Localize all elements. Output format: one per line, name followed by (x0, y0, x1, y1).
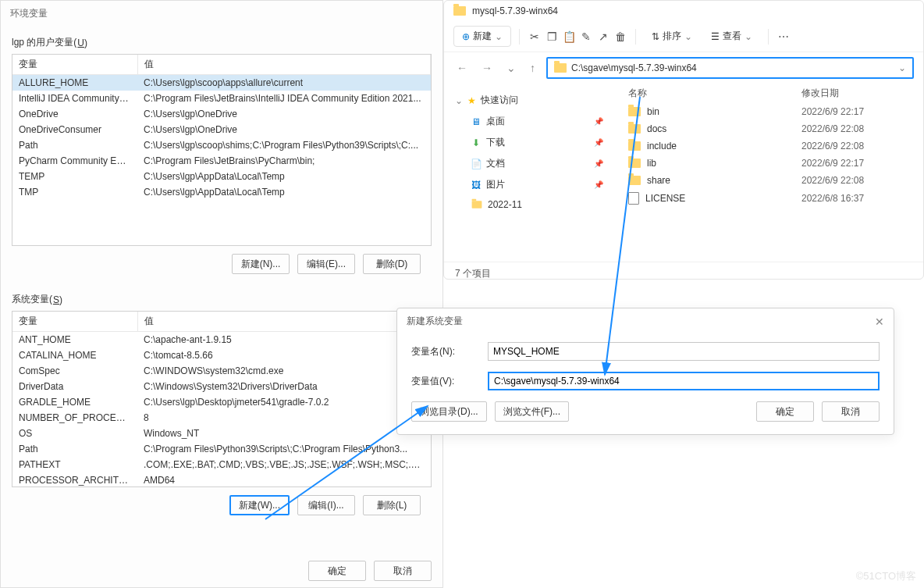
new-system-var-dialog: 新建系统变量 ✕ 变量名(N): 变量值(V): 浏览目录(D)... 浏览文件… (396, 308, 894, 435)
var-name-label: 变量名(N): (411, 345, 474, 358)
table-row[interactable]: PATHEXT.COM;.EXE;.BAT;.CMD;.VBS;.VBE;.JS… (12, 457, 431, 472)
user-delete-button[interactable]: 删除(D) (363, 254, 421, 274)
explorer-window: mysql-5.7.39-winx64 ⊕新建⌄ ✂ ❐ 📋 ✎ ↗ 🗑 ⇅排序… (443, 0, 924, 280)
table-row[interactable]: OneDriveC:\Users\lgp\OneDrive (12, 106, 431, 122)
file-row[interactable]: include2022/6/9 22:08 (614, 137, 923, 155)
pin-icon: 📌 (594, 159, 603, 168)
delete-icon[interactable]: 🗑 (613, 30, 627, 44)
var-value-input[interactable] (488, 372, 880, 390)
file-list: 名称 修改日期 bin2022/6/9 22:17docs2022/6/9 22… (614, 84, 923, 262)
sys-new-button[interactable]: 新建(W)... (229, 495, 290, 515)
table-row[interactable]: ComSpecC:\WINDOWS\system32\cmd.exe (12, 363, 431, 379)
col-date[interactable]: 修改日期 (801, 87, 923, 100)
back-icon[interactable]: ← (453, 60, 471, 76)
forward-icon[interactable]: → (478, 60, 496, 76)
tree-downloads[interactable]: ⬇下载📌 (447, 132, 611, 153)
watermark: ©51CTO博客 (856, 569, 916, 583)
pin-icon: 📌 (594, 180, 603, 189)
folder-icon (628, 176, 641, 185)
col-var[interactable]: 变量 (12, 55, 137, 75)
user-new-button[interactable]: 新建(N)... (232, 254, 290, 274)
ok-button[interactable]: 确定 (756, 401, 814, 422)
table-row[interactable]: ANT_HOMEC:\apache-ant-1.9.15 (12, 332, 431, 348)
more-icon[interactable]: ⋯ (777, 30, 791, 44)
tree-documents[interactable]: 📄文档📌 (447, 153, 611, 174)
folder-icon (628, 124, 641, 134)
nav-tree: ⌄★快速访问 🖥桌面📌 ⬇下载📌 📄文档📌 🖼图片📌 2022-11 (444, 84, 614, 262)
table-row[interactable]: TEMPC:\Users\lgp\AppData\Local\Temp (12, 169, 431, 184)
table-row[interactable]: CATALINA_HOMEC:\tomcat-8.5.66 (12, 347, 431, 363)
pin-icon: 📌 (594, 117, 603, 126)
table-row[interactable]: OSWindows_NT (12, 426, 431, 441)
copy-icon[interactable]: ❐ (545, 30, 559, 44)
col-val[interactable]: 值 (137, 312, 431, 332)
new-button[interactable]: ⊕新建⌄ (453, 26, 511, 47)
col-var[interactable]: 变量 (12, 312, 137, 332)
address-bar[interactable]: C:\sgave\mysql-5.7.39-winx64 ⌄ (546, 57, 914, 79)
table-row[interactable]: GRADLE_HOMEC:\Users\lgp\Desktop\jmeter54… (12, 394, 431, 410)
sys-vars-label: 系统变量(S) (12, 293, 432, 306)
browse-dir-button[interactable]: 浏览目录(D)... (411, 401, 487, 422)
user-vars-label: lgp 的用户变量(U) (12, 36, 432, 49)
user-vars-table[interactable]: 变量 值 ALLURE_HOMEC:\Users\lgp\scoop\apps\… (12, 55, 431, 200)
file-row[interactable]: bin2022/6/9 22:17 (614, 103, 923, 120)
close-icon[interactable]: ✕ (875, 315, 884, 328)
folder-icon (554, 63, 567, 73)
col-val[interactable]: 值 (137, 55, 431, 75)
table-row[interactable]: ALLURE_HOMEC:\Users\lgp\scoop\apps\allur… (12, 75, 431, 91)
view-button[interactable]: ☰查看⌄ (703, 27, 760, 46)
dialog-title: 新建系统变量 (407, 315, 463, 328)
tree-folder[interactable]: 2022-11 (447, 195, 611, 214)
paste-icon[interactable]: 📋 (562, 30, 576, 44)
file-row[interactable]: lib2022/6/9 22:17 (614, 155, 923, 172)
up-icon[interactable]: ↑ (527, 60, 538, 76)
file-row[interactable]: docs2022/6/9 22:08 (614, 120, 923, 137)
table-row[interactable]: DriverDataC:\Windows\System32\Drivers\Dr… (12, 379, 431, 394)
sys-vars-table[interactable]: 变量 值 ANT_HOMEC:\apache-ant-1.9.15CATALIN… (12, 312, 431, 487)
address-text: C:\sgave\mysql-5.7.39-winx64 (571, 62, 898, 73)
chevron-down-icon[interactable]: ⌄ (503, 60, 519, 76)
status-bar: 7 个项目 (444, 262, 923, 280)
table-row[interactable]: NUMBER_OF_PROCESSORS8 (12, 410, 431, 426)
folder-icon (628, 141, 641, 151)
table-row[interactable]: PathC:\Users\lgp\scoop\shims;C:\Program … (12, 137, 431, 153)
cut-icon[interactable]: ✂ (528, 30, 542, 44)
sort-button[interactable]: ⇅排序⌄ (644, 27, 700, 46)
table-row[interactable]: PROCESSOR_ARCHITECT...AMD64 (12, 472, 431, 487)
rename-icon[interactable]: ✎ (579, 30, 593, 44)
folder-icon (453, 6, 466, 16)
chevron-down-icon[interactable]: ⌄ (898, 62, 906, 73)
tree-quick-access[interactable]: ⌄★快速访问 (447, 90, 611, 111)
file-row[interactable]: share2022/6/9 22:08 (614, 172, 923, 189)
var-value-label: 变量值(V): (411, 375, 474, 388)
table-row[interactable]: PathC:\Program Files\Python39\Scripts\;C… (12, 441, 431, 457)
tree-pictures[interactable]: 🖼图片📌 (447, 174, 611, 195)
table-row[interactable]: IntelliJ IDEA Community E...C:\Program F… (12, 91, 431, 106)
share-icon[interactable]: ↗ (596, 30, 610, 44)
file-row[interactable]: LICENSE2022/6/8 16:37 (614, 189, 923, 208)
folder-icon (628, 159, 641, 168)
table-row[interactable]: OneDriveConsumerC:\Users\lgp\OneDrive (12, 122, 431, 137)
tree-desktop[interactable]: 🖥桌面📌 (447, 111, 611, 132)
browse-file-button[interactable]: 浏览文件(F)... (495, 401, 569, 422)
table-row[interactable]: TMPC:\Users\lgp\AppData\Local\Temp (12, 184, 431, 200)
sys-delete-button[interactable]: 删除(L) (363, 495, 421, 515)
window-title: mysql-5.7.39-winx64 (472, 5, 558, 16)
col-name[interactable]: 名称 (614, 87, 801, 100)
table-row[interactable]: PyCharm Community Editi...C:\Program Fil… (12, 153, 431, 169)
ok-button[interactable]: 确定 (308, 561, 366, 581)
cancel-button[interactable]: 取消 (822, 401, 880, 422)
user-edit-button[interactable]: 编辑(E)... (297, 254, 355, 274)
file-icon (628, 192, 639, 205)
cancel-button[interactable]: 取消 (374, 561, 432, 581)
pin-icon: 📌 (594, 138, 603, 147)
env-vars-dialog: 环境变量 lgp 的用户变量(U) 变量 值 ALLURE_HOMEC:\Use… (0, 0, 443, 588)
dialog-title: 环境变量 (1, 1, 442, 27)
folder-icon (628, 107, 641, 116)
var-name-input[interactable] (488, 342, 880, 361)
sys-edit-button[interactable]: 编辑(I)... (297, 495, 355, 515)
